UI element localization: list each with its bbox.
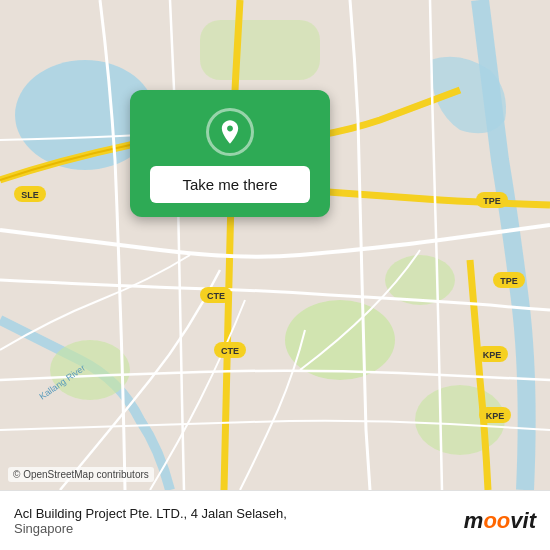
- moovit-logo: moovit: [464, 508, 536, 534]
- button-overlay: Take me there: [130, 90, 330, 217]
- map-container: SLE SLE CTE CTE TPE TPE KPE KPE Kallang …: [0, 0, 550, 490]
- svg-text:KPE: KPE: [486, 411, 505, 421]
- address-text: Acl Building Project Pte. LTD., 4 Jalan …: [14, 506, 287, 521]
- svg-text:CTE: CTE: [207, 291, 225, 301]
- svg-text:CTE: CTE: [221, 346, 239, 356]
- address-section: Acl Building Project Pte. LTD., 4 Jalan …: [14, 506, 287, 536]
- take-me-there-button[interactable]: Take me there: [150, 166, 310, 203]
- svg-text:TPE: TPE: [483, 196, 501, 206]
- location-pin-icon: [206, 108, 254, 156]
- osm-map-credit: © OpenStreetMap contributors: [8, 467, 154, 482]
- svg-point-4: [50, 340, 130, 400]
- moovit-brand-text: moovit: [464, 508, 536, 534]
- bottom-bar: Acl Building Project Pte. LTD., 4 Jalan …: [0, 490, 550, 550]
- green-card: Take me there: [130, 90, 330, 217]
- city-text: Singapore: [14, 521, 287, 536]
- svg-rect-5: [200, 20, 320, 80]
- svg-text:SLE: SLE: [21, 190, 39, 200]
- svg-text:KPE: KPE: [483, 350, 502, 360]
- svg-text:TPE: TPE: [500, 276, 518, 286]
